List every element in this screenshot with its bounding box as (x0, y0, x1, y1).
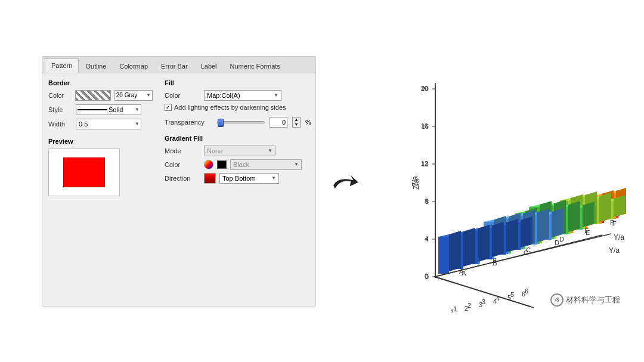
bar-side (506, 219, 518, 252)
svg-text:A: A (462, 270, 466, 277)
border-width-label: Width (48, 120, 72, 128)
tab-label[interactable]: Label (194, 59, 224, 73)
gradient-direction-dropdown[interactable]: Top Bottom ▼ (219, 173, 279, 184)
border-color-arrow-icon: ▼ (146, 92, 151, 98)
border-width-arrow-icon: ▼ (135, 121, 140, 126)
gradient-color-swatch[interactable] (217, 160, 227, 169)
transparency-stepper[interactable]: ▲ ▼ (292, 117, 301, 128)
left-column: Border Color 20 Gray ▼ Style Solid ▼ (48, 79, 153, 300)
border-color-swatch[interactable] (75, 90, 110, 101)
lighting-checkbox-label: Add lighting effects by darkening sides (174, 104, 286, 111)
gradient-section: Gradient Fill Mode None ▼ Color Black ▼ (165, 135, 311, 184)
fill-color-dropdown[interactable]: Map:Col(A) ▼ (204, 90, 281, 101)
gradient-direction-label: Direction (165, 175, 200, 182)
fill-color-row: Color Map:Col(A) ▼ (165, 90, 311, 101)
lighting-checkbox[interactable]: ✓ (165, 104, 172, 111)
svg-text:D: D (555, 239, 559, 246)
border-color-row: Color 20 Gray ▼ (48, 90, 153, 101)
fill-color-value: Map:Col(A) (207, 92, 274, 99)
border-color-label: Color (48, 92, 72, 99)
gradient-mode-row: Mode None ▼ (165, 146, 311, 156)
preview-label: Preview (48, 138, 153, 145)
color-picker-icon[interactable] (204, 160, 213, 169)
border-color-dropdown[interactable]: 20 Gray ▼ (114, 90, 153, 101)
bar-side (492, 222, 504, 257)
border-style-label: Style (48, 106, 72, 113)
tab-errorbar[interactable]: Error Bar (154, 59, 194, 73)
tab-pattern[interactable]: Pattern (45, 58, 79, 73)
stepper-down-icon[interactable]: ▼ (293, 122, 300, 127)
watermark: ⚙ 材料科学与工程 (550, 293, 620, 307)
svg-text:E: E (586, 229, 590, 236)
gradient-direction-row: Direction Top Bottom ▼ (165, 173, 311, 184)
gradient-direction-value: Top Bottom (222, 175, 271, 182)
svg-text:16: 16 (422, 123, 429, 130)
border-section-label: Border (48, 79, 153, 86)
bar-side (463, 228, 475, 267)
right-column: Fill Color Map:Col(A) ▼ ✓ Add lighting e… (165, 79, 311, 300)
bar-side (599, 193, 611, 222)
svg-text:D: D (559, 236, 564, 243)
tab-numericformats[interactable]: Numeric Formats (224, 59, 287, 73)
svg-text:3: 3 (479, 301, 482, 308)
gradient-color-arrow-icon: ▼ (294, 162, 299, 167)
fill-color-label: Color (165, 92, 200, 99)
transparency-label: Transparency (165, 119, 212, 126)
svg-text:Y/a: Y/a (614, 233, 624, 242)
svg-text:4: 4 (425, 236, 429, 243)
border-style-arrow-icon: ▼ (135, 107, 140, 112)
tab-outline[interactable]: Outline (79, 59, 113, 73)
border-width-row: Width 0.5 ▼ (48, 119, 153, 129)
transparency-input[interactable]: 0 (270, 117, 287, 128)
tab-bar: Pattern Outline Colormap Error Bar Label… (42, 57, 315, 73)
bar-side (478, 225, 490, 262)
gradient-color-label: Color (165, 161, 200, 168)
gradient-mode-dropdown[interactable]: None ▼ (204, 146, 275, 156)
watermark-text: 材料科学与工程 (566, 295, 620, 305)
svg-text:8: 8 (425, 198, 429, 205)
preview-rect (63, 157, 105, 187)
transparency-row: Transparency 0 ▲ ▼ % (165, 117, 311, 128)
gradient-mode-arrow-icon: ▼ (268, 148, 273, 153)
settings-panel: Pattern Outline Colormap Error Bar Label… (42, 56, 316, 307)
chart-svg: 0 4 8 12 16 20 Z/a 1 2 3 4 5 6 X/a A B C… (376, 50, 626, 313)
fill-color-arrow-icon: ▼ (274, 92, 278, 98)
gradient-mode-label: Mode (165, 147, 200, 154)
preview-frame (48, 148, 120, 196)
bar-side (614, 195, 626, 217)
svg-text:2: 2 (465, 305, 468, 312)
tab-colormap[interactable]: Colormap (113, 59, 154, 73)
svg-text:20: 20 (422, 85, 429, 92)
border-style-dropdown[interactable]: Solid ▼ (76, 104, 141, 115)
gradient-color-row: Color Black ▼ (165, 159, 311, 170)
border-width-dropdown[interactable]: 0.5 ▼ (76, 119, 141, 129)
svg-text:1: 1 (450, 308, 454, 313)
gradient-section-label: Gradient Fill (165, 135, 311, 142)
chart-container: 0 4 8 12 16 20 Z/a 1 2 3 4 5 6 X/a A B C… (376, 50, 626, 313)
fill-section-label: Fill (165, 79, 311, 86)
stepper-up-icon[interactable]: ▲ (293, 117, 300, 122)
gradient-color-dropdown[interactable]: Black ▼ (230, 159, 302, 170)
border-style-value: Solid (109, 106, 135, 113)
border-width-value: 0.5 (78, 120, 135, 128)
lighting-checkbox-row: ✓ Add lighting effects by darkening side… (165, 104, 311, 111)
gradient-mode-value: None (207, 147, 268, 154)
svg-text:5: 5 (507, 294, 511, 301)
bar-side (537, 209, 549, 242)
gradient-color-value: Black (233, 161, 294, 168)
preview-box: Preview (48, 138, 153, 196)
svg-text:6: 6 (522, 290, 525, 298)
solid-line-icon (78, 109, 107, 110)
bar-side (521, 216, 532, 247)
svg-text:4: 4 (493, 298, 497, 305)
direction-swatch[interactable] (204, 173, 216, 184)
fill-section: Fill Color Map:Col(A) ▼ ✓ Add lighting e… (165, 79, 311, 111)
svg-text:X/a: X/a (490, 312, 500, 313)
bar-side (449, 231, 461, 271)
arrow-icon (331, 166, 361, 196)
bar-side (552, 208, 564, 237)
transparency-slider[interactable] (217, 121, 265, 123)
svg-text:B: B (493, 259, 497, 267)
svg-text:0: 0 (425, 273, 429, 280)
svg-text:F: F (612, 220, 617, 227)
